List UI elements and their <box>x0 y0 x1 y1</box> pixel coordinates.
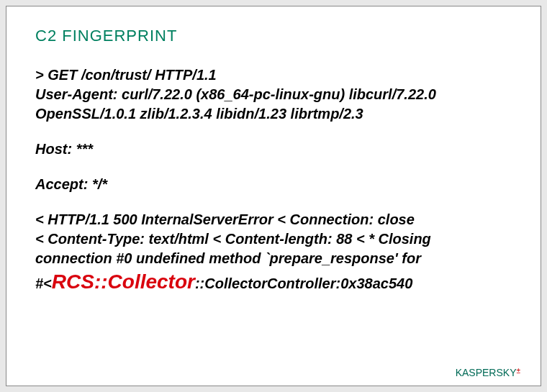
user-agent-line: User-Agent: curl/7.22.0 (x86_64-pc-linux… <box>35 85 512 124</box>
final-prefix: #< <box>35 275 52 291</box>
response-headers-line: < Content-Type: text/html < Content-leng… <box>35 229 512 268</box>
host-block: Host: *** <box>35 140 512 159</box>
http-response-block: < HTTP/1.1 500 InternalServerError < Con… <box>35 210 512 296</box>
rcs-collector-highlight: RCS::Collector <box>52 270 195 293</box>
logo-part1: KASPER <box>456 367 497 378</box>
slide-content: > GET /con/trust/ HTTP/1.1 User-Agent: c… <box>35 65 512 296</box>
accept-block: Accept: */* <box>35 175 512 194</box>
logo-part2: SKY <box>496 367 516 378</box>
host-line: Host: *** <box>35 140 512 159</box>
response-final-line: #<RCS::Collector::CollectorController:0x… <box>35 268 512 296</box>
slide-container: C2 FINGERPRINT > GET /con/trust/ HTTP/1.… <box>6 6 541 386</box>
kaspersky-logo: KASPERSKY± <box>456 367 520 378</box>
response-status-line: < HTTP/1.1 500 InternalServerError < Con… <box>35 210 512 229</box>
accept-line: Accept: */* <box>35 175 512 194</box>
logo-mark: ± <box>517 367 521 375</box>
request-line: > GET /con/trust/ HTTP/1.1 <box>35 65 512 85</box>
slide-title: C2 FINGERPRINT <box>35 27 512 45</box>
final-suffix: ::CollectorController:0x38ac540 <box>195 275 412 291</box>
http-request-block: > GET /con/trust/ HTTP/1.1 User-Agent: c… <box>35 65 512 124</box>
